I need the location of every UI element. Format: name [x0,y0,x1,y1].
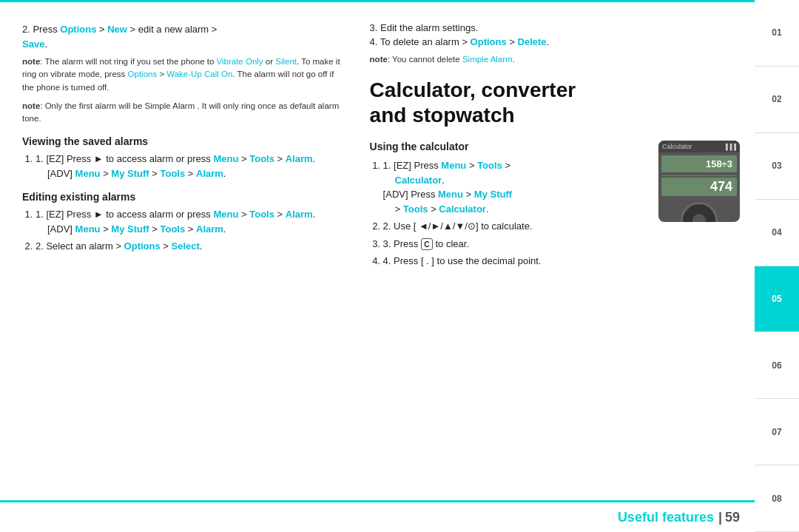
vi1-prefix: 1. [EZ] Press ► to access alarm or press [36,153,213,164]
calc-signal-icon: ▐▐▐ [724,144,736,150]
main-content: 2. Press Options > New > edit a new alar… [0,7,755,532]
silent-link: Silent [275,57,297,66]
alarm-note-label: note [370,55,388,64]
ci1-sep1b: > [502,160,510,171]
sidebar-tab-02[interactable]: 02 [755,67,799,133]
vi1-adv-tools: Tools [160,168,185,179]
alarm-step4-options: Options [471,36,507,47]
ei1-menu: Menu [213,209,238,220]
calc-item-4: 4. Press [ . ] to use the decimal point. [383,254,740,269]
sidebar-tab-01[interactable]: 01 [755,0,799,67]
note-1-label: note [22,57,40,66]
ci1-prefix: 1. [EZ] Press [383,160,442,171]
save-link: Save [22,38,44,50]
ci1-adv-mystuff: My Stuff [474,189,512,200]
calc-divider [661,175,737,176]
editing-list: 1. [EZ] Press ► to access alarm or press… [22,207,348,254]
calc-dpad-center [692,214,706,222]
bottom-bar: Useful features | 59 [0,502,755,532]
ei1-alarm: Alarm [286,209,313,220]
note-2-text: : Only the first alarm will be Simple Al… [22,101,339,123]
intro-prefix: 2. Press [22,24,60,35]
ei1-adv-sep2: > [149,223,161,235]
alarm-note: note: You cannot delete Simple Alarm. [370,53,740,66]
sidebar-tab-04[interactable]: 04 [755,200,799,266]
calc-result: 474 [661,178,737,196]
calc-dpad [681,202,718,222]
vi1-adv-mystuff: My Stuff [111,168,149,179]
calc-title: Calculator [662,143,692,150]
note-1-text1: : The alarm will not ring if you set the… [40,57,216,66]
big-heading-line2: and stopwatch [370,104,515,127]
new-link: New [107,24,127,35]
ci1-calculator: Calculator [395,175,442,186]
sidebar-tab-03[interactable]: 03 [755,133,799,200]
ci1-sep1: > [466,160,477,171]
ei2-options: Options [124,240,161,252]
sidebar-tab-08[interactable]: 08 [755,465,799,532]
useful-features-label: Useful features [618,510,714,525]
top-decorative-line [0,0,755,2]
ei1-suffix: > [238,209,249,220]
ci1-adv2-calc: Calculator [439,203,486,215]
ci1-calc: Calculator. [383,175,445,186]
intro-sep1: > [96,24,107,35]
vi1-adv-menu: Menu [75,168,101,179]
alarm-step4-end: . [547,36,550,47]
note-2-label: note [22,101,40,110]
ei1-adv-tools: Tools [160,223,185,235]
viewing-item-1: 1. [EZ] Press ► to access alarm or press… [36,152,348,181]
alarm-step-4: 4. To delete an alarm > Options > Delete… [370,36,740,47]
calculator-section-heading: Calculator, converter and stopwatch [370,78,740,127]
ci1-tools: Tools [477,160,502,171]
options-link-1: Options [60,24,96,35]
ei1-sep: > [274,209,286,220]
vi1-adv: [ADV] Menu > My Stuff > Tools > Alarm. [36,166,348,181]
alarm-step4-prefix: 4. To delete an alarm > [370,36,471,47]
vi1-adv-alarm: Alarm [196,168,223,179]
vibrate-only-link: Vibrate Only [217,57,263,66]
options-link-2: Options [128,70,158,78]
ci3-prefix: 3. Press [383,238,421,249]
ci1-adv2-prefix: > [395,203,403,215]
big-heading-line1: Calculator, converter [370,78,576,101]
ci1-adv2-tools: Tools [403,203,428,215]
calc-buttons [658,198,740,222]
alarm-step4-delete: Delete [518,36,547,47]
intro-step2: 2. Press Options > New > edit a new alar… [22,22,348,51]
vi1-sep: > [274,153,286,164]
calc-item-3: 3. Press C to clear. [383,237,740,252]
ei2-prefix: 2. Select an alarm > [36,240,124,252]
left-column: 2. Press Options > New > edit a new alar… [0,7,363,532]
calc-header: Calculator ▐▐▐ [658,141,740,152]
vi1-adv-sep2: > [149,168,161,179]
ei1-tools: Tools [249,209,274,220]
clear-button-icon: C [421,238,433,250]
editing-heading: Editing existing alarms [22,191,348,203]
ei1-adv-mystuff: My Stuff [111,223,149,235]
alarm-note-text1: : You cannot delete [388,55,462,64]
ei1-adv-menu: Menu [75,223,101,235]
intro-suffix1: > edit a new alarm > [127,24,217,35]
alarm-step4-sep: > [507,36,518,47]
ci1-adv-prefix: [ADV] Press [383,189,438,200]
alarm-note-text2: . [513,55,515,64]
calculator-subsection: Calculator ▐▐▐ 158÷3 474 Using the calcu… [370,141,740,273]
sidebar-tab-06[interactable]: 06 [755,332,799,399]
alarm-step-3: 3. Edit the alarm settings. [370,22,740,33]
sidebar-tab-05[interactable]: 05 [755,266,799,333]
vi1-tools: Tools [249,153,274,164]
ei1-adv-sep3: > [185,223,196,235]
ei1-adv-alarm: Alarm [196,223,223,235]
note-2: note: Only the first alarm will be Simpl… [22,100,348,126]
sidebar-tab-07[interactable]: 07 [755,399,799,465]
note-1-sep: > [157,70,166,78]
editing-item-1: 1. [EZ] Press ► to access alarm or press… [36,207,348,236]
vi1-adv-prefix: [ADV] [47,168,75,179]
chapter-sidebar: 01 02 03 04 05 06 07 08 [755,0,799,532]
note-1: note: The alarm will not ring if you set… [22,55,348,94]
vi1-alarm: Alarm [286,153,313,164]
viewing-list: 1. [EZ] Press ► to access alarm or press… [22,152,348,181]
ei1-adv: [ADV] Menu > My Stuff > Tools > Alarm. [36,222,348,237]
ci1-adv-menu: Menu [438,189,463,200]
